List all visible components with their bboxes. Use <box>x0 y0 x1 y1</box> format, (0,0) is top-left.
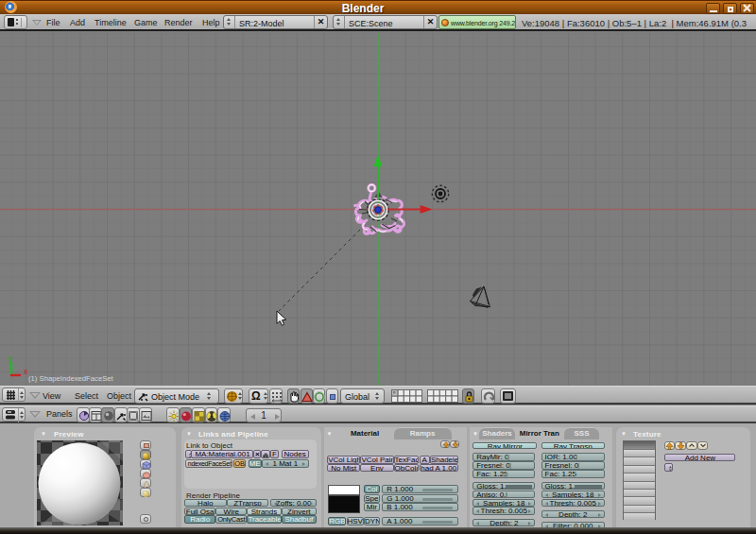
svg-text:y: y <box>9 353 13 363</box>
svg-text:(1) ShapeIndexedFaceSet: (1) ShapeIndexedFaceSet <box>28 374 114 383</box>
